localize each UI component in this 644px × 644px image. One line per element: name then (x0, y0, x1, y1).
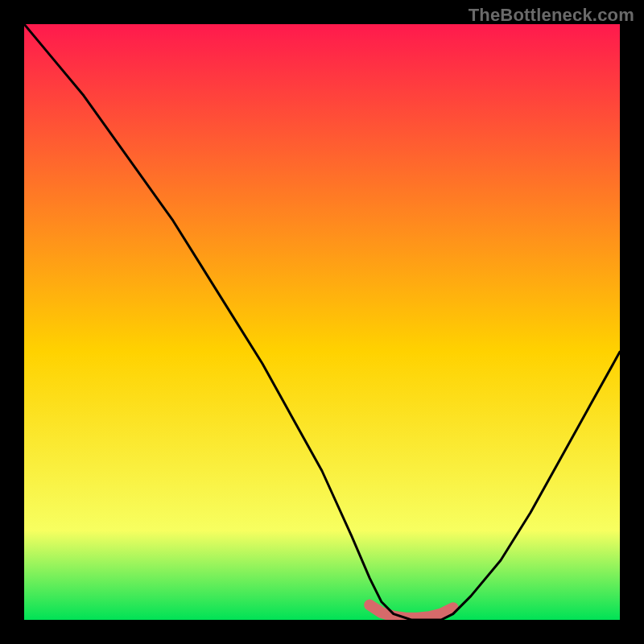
plot-frame (24, 24, 620, 620)
chart-container: TheBottleneck.com (0, 0, 644, 644)
plot-svg (24, 24, 620, 620)
gradient-background (24, 24, 620, 620)
watermark-text: TheBottleneck.com (469, 5, 634, 26)
